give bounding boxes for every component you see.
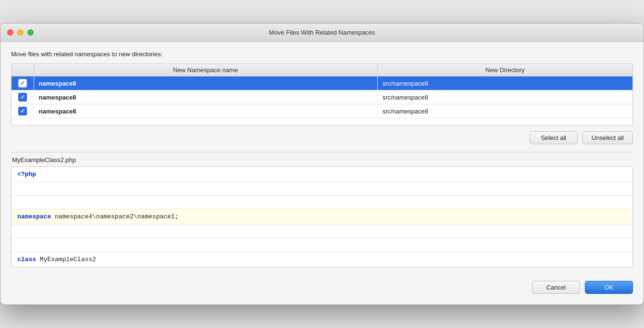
namespace-column-header: New Namespace name xyxy=(34,64,377,76)
directory-cell: src/namespace8 xyxy=(377,76,632,90)
footer-buttons-row: Cancel OK xyxy=(11,281,633,294)
directory-value: src/namespace8 xyxy=(383,108,428,115)
directory-cell: src/namespace8 xyxy=(377,90,632,104)
checkbox-cell[interactable]: ✓ xyxy=(12,90,34,104)
cancel-button[interactable]: Cancel xyxy=(532,281,580,294)
minimize-button[interactable] xyxy=(17,29,24,36)
description-text: Move files with related namespaces to ne… xyxy=(11,50,633,58)
class-name: MyExampleClass2 xyxy=(40,256,96,263)
row-checkbox[interactable]: ✓ xyxy=(18,107,27,115)
namespace-value: namespace8 xyxy=(39,108,76,115)
empty-cell xyxy=(12,118,632,125)
namespace-table-container: New Namespace name New Directory ✓ xyxy=(11,63,633,126)
namespace-table: New Namespace name New Directory ✓ xyxy=(12,64,632,125)
code-line-empty-1 xyxy=(12,182,632,196)
unselect-all-button[interactable]: Unselect all xyxy=(582,131,633,144)
namespace-cell: namespace8 xyxy=(34,104,377,118)
namespace-value: namespace8 xyxy=(39,94,76,101)
checkmark-icon: ✓ xyxy=(20,108,25,114)
code-line-empty-2 xyxy=(12,196,632,209)
php-keyword: <?php xyxy=(17,171,36,178)
row-checkbox[interactable]: ✓ xyxy=(18,93,27,101)
directory-cell: src/namespace8 xyxy=(377,104,632,118)
table-empty-row xyxy=(12,118,632,125)
checkmark-icon: ✓ xyxy=(20,80,25,86)
dialog-window: Move Files With Related Namespaces Move … xyxy=(0,23,644,305)
select-buttons-row: Select all Unselect all xyxy=(11,131,633,144)
table-row[interactable]: ✓ namespace8 src/namespace8 xyxy=(12,90,632,104)
file-preview-section: MyExampleClass2.php <?php namespace name… xyxy=(11,156,633,273)
dialog-content: Move files with related namespaces to ne… xyxy=(0,42,644,304)
code-line-namespace: namespace namespace4\namespace2\namespac… xyxy=(12,209,632,225)
code-line-php: <?php xyxy=(12,167,632,183)
table-header: New Namespace name New Directory xyxy=(12,64,632,76)
directory-value: src/namespace8 xyxy=(383,80,428,87)
maximize-button[interactable] xyxy=(27,29,34,36)
row-checkbox[interactable]: ✓ xyxy=(18,79,27,88)
table-row[interactable]: ✓ namespace8 src/namespace8 xyxy=(12,104,632,118)
namespace-keyword: namespace xyxy=(17,213,51,220)
checkbox-cell[interactable]: ✓ xyxy=(12,104,34,118)
window-controls xyxy=(7,29,34,36)
preview-filename: MyExampleClass2.php xyxy=(11,156,633,164)
directory-value: src/namespace8 xyxy=(383,94,428,101)
code-line-empty-3 xyxy=(12,225,632,239)
checkmark-icon: ✓ xyxy=(20,94,25,100)
code-line-class: class MyExampleClass2 xyxy=(12,252,632,267)
window-title: Move Files With Related Namespaces xyxy=(269,29,375,36)
select-all-button[interactable]: Select all xyxy=(530,131,578,144)
table-body: ✓ namespace8 src/namespace8 xyxy=(12,76,632,125)
code-line-empty-4 xyxy=(12,239,632,252)
namespace-cell: namespace8 xyxy=(34,76,377,90)
namespace-path: namespace4\namespace2\namespace1; xyxy=(55,213,178,220)
divider xyxy=(11,152,633,152)
checkbox-cell[interactable]: ✓ xyxy=(12,76,34,90)
namespace-value: namespace8 xyxy=(39,80,76,87)
namespace-cell: namespace8 xyxy=(34,90,377,104)
code-preview: <?php namespace namespace4\namespace2\na… xyxy=(11,166,633,268)
close-button[interactable] xyxy=(7,29,13,36)
directory-column-header: New Directory xyxy=(377,64,632,76)
class-keyword: class xyxy=(17,256,36,263)
title-bar: Move Files With Related Namespaces xyxy=(0,24,644,42)
checkbox-column-header xyxy=(12,64,34,76)
ok-button[interactable]: OK xyxy=(585,281,633,294)
table-row[interactable]: ✓ namespace8 src/namespace8 xyxy=(12,76,632,90)
